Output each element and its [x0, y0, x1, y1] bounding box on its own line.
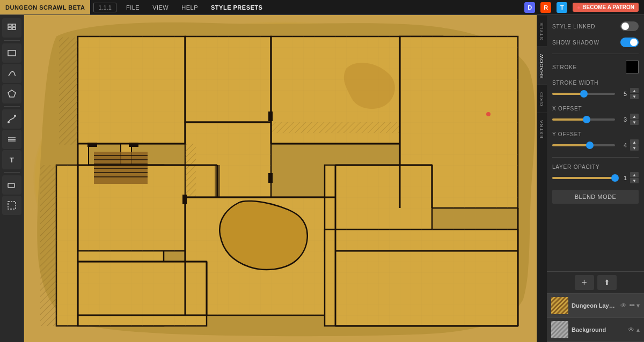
blend-mode-button[interactable]: BLEND MODE — [552, 190, 639, 204]
menu-view[interactable]: VIEW — [146, 0, 175, 15]
x-offset-down[interactable]: ▼ — [630, 120, 639, 125]
y-offset-control: 4 ▲ ▼ — [552, 139, 639, 151]
style-linked-toggle[interactable] — [620, 21, 639, 31]
y-offset-up[interactable]: ▲ — [630, 139, 639, 145]
svg-rect-53 — [268, 173, 273, 183]
tool-text[interactable]: T — [2, 150, 21, 169]
x-offset-track — [552, 118, 587, 121]
divider-2 — [552, 157, 639, 158]
show-shadow-toggle[interactable] — [620, 38, 639, 47]
tool-select-area[interactable] — [2, 196, 21, 215]
tool-rectangle[interactable] — [2, 43, 21, 63]
stroke-width-label: STROKE WIDTH — [552, 80, 639, 86]
patron-button[interactable]: ● BECOME A PATRON — [573, 3, 639, 12]
tab-extra[interactable]: EXTRA — [537, 113, 547, 145]
stroke-row: STROKE — [552, 61, 639, 73]
layer-dungeon-1-name: Dungeon Layer 1 — [572, 302, 617, 309]
layer-opacity-row: LAYER OPACITY 1 ▲ ▼ — [552, 164, 639, 183]
menu-file[interactable]: FILE — [120, 0, 146, 15]
topbar: DUNGEON SCRAWL BETA 1.1.1 FILE VIEW HELP… — [0, 0, 644, 15]
y-offset-thumb[interactable] — [586, 142, 594, 149]
topbar-right: D R T ● BECOME A PATRON — [524, 2, 644, 13]
svg-rect-12 — [8, 202, 16, 209]
layer-dungeon-1-expand[interactable]: ▾ — [636, 302, 640, 309]
layer-dungeon-1-more[interactable]: ••• — [629, 302, 634, 309]
layer-background-preview — [551, 321, 568, 338]
svg-rect-43 — [271, 122, 400, 133]
app-title: DUNGEON SCRAWL BETA — [0, 0, 90, 14]
layer-opacity-thumb[interactable] — [611, 174, 619, 182]
svg-rect-44 — [94, 152, 148, 184]
stroke-width-value: 5 — [618, 91, 627, 97]
svg-rect-40 — [59, 38, 78, 145]
layer-opacity-slider[interactable] — [552, 177, 615, 179]
svg-rect-0 — [8, 24, 11, 26]
tool-eraser[interactable] — [2, 175, 21, 195]
twitter-icon[interactable]: T — [557, 2, 567, 13]
svg-rect-3 — [12, 27, 16, 29]
tool-separator-2 — [4, 106, 20, 107]
tool-polygon[interactable] — [2, 84, 21, 103]
y-offset-down[interactable]: ▼ — [630, 145, 639, 151]
import-layer-button[interactable]: ⬆ — [597, 275, 617, 290]
menu-help[interactable]: HELP — [175, 0, 204, 15]
tool-stairs[interactable] — [2, 130, 21, 149]
svg-rect-33 — [325, 229, 518, 326]
stroke-width-thumb[interactable] — [580, 90, 588, 98]
layer-background-eye[interactable]: 👁 — [628, 326, 634, 333]
layer-dungeon-1-preview — [551, 297, 568, 314]
canvas-area[interactable] — [24, 15, 537, 342]
menu-bar: FILE VIEW HELP STYLE PRESETS — [120, 0, 269, 15]
y-offset-stepper: ▲ ▼ — [630, 139, 639, 151]
add-layer-button[interactable]: + — [575, 275, 594, 290]
y-offset-slider[interactable] — [552, 144, 615, 146]
tab-shadow[interactable]: SHADOW — [537, 47, 547, 85]
tool-path[interactable] — [2, 109, 21, 129]
svg-rect-1 — [8, 27, 11, 29]
layer-opacity-up[interactable]: ▲ — [630, 172, 639, 177]
x-offset-row: X OFFSET 3 ▲ ▼ — [552, 106, 639, 125]
stroke-width-up[interactable]: ▲ — [630, 88, 639, 93]
x-offset-up[interactable]: ▲ — [630, 114, 639, 119]
stroke-label: STROKE — [552, 64, 577, 70]
svg-rect-41 — [40, 165, 56, 326]
style-linked-knob — [621, 23, 629, 30]
x-offset-thumb[interactable] — [583, 116, 590, 123]
stroke-width-down[interactable]: ▼ — [630, 94, 639, 99]
tool-separator-3 — [4, 172, 20, 173]
layer-actions: + ⬆ — [547, 271, 644, 293]
layer-opacity-label: LAYER OPACITY — [552, 164, 639, 170]
stroke-color-swatch[interactable] — [626, 61, 639, 73]
app-version[interactable]: 1.1.1 — [93, 3, 116, 12]
layer-dungeon-1[interactable]: Dungeon Layer 1 👁 ••• ▾ — [547, 294, 644, 318]
dungeon-map — [24, 15, 537, 342]
svg-rect-17 — [78, 36, 185, 144]
layer-opacity-down[interactable]: ▼ — [630, 178, 639, 183]
left-toolbar: T — [0, 15, 24, 342]
menu-style-presets[interactable]: STYLE PRESETS — [204, 0, 269, 15]
discord-icon[interactable]: D — [524, 2, 535, 13]
layer-background-controls: 👁 ▴ — [628, 326, 640, 333]
tool-select[interactable] — [2, 18, 21, 38]
tab-style[interactable]: STYLE — [537, 15, 547, 47]
y-offset-track — [552, 144, 590, 146]
svg-rect-35 — [78, 262, 207, 326]
tab-grid[interactable]: GRID — [537, 85, 547, 113]
stroke-width-slider[interactable] — [552, 93, 615, 95]
layer-dungeon-1-eye[interactable]: 👁 — [620, 302, 627, 309]
stroke-width-track — [552, 93, 584, 95]
tool-freehand[interactable] — [2, 64, 21, 83]
svg-marker-5 — [8, 90, 16, 97]
layer-opacity-track — [552, 177, 615, 179]
side-tabs: STYLE SHADOW GRID EXTRA — [537, 15, 547, 342]
x-offset-slider[interactable] — [552, 118, 615, 121]
svg-rect-11 — [8, 183, 14, 188]
layer-background-thumb — [551, 321, 568, 338]
layer-background-expand[interactable]: ▴ — [636, 326, 640, 333]
layer-background[interactable]: Background 👁 ▴ — [547, 318, 644, 342]
svg-rect-37 — [185, 122, 271, 197]
x-offset-control: 3 ▲ ▼ — [552, 114, 639, 125]
svg-point-56 — [486, 112, 491, 116]
reddit-icon[interactable]: R — [540, 2, 551, 13]
stroke-width-stepper: ▲ ▼ — [630, 88, 639, 99]
